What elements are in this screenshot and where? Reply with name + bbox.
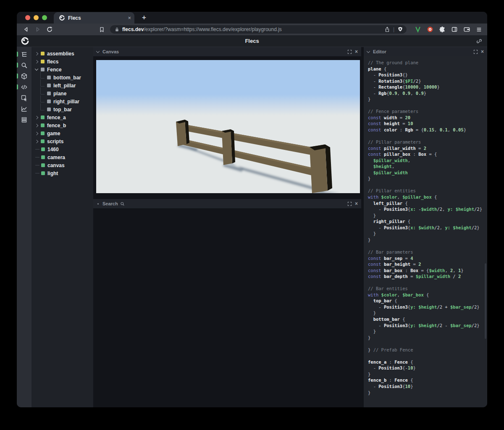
code-icon[interactable] (17, 81, 32, 92)
zoom-window-button[interactable] (42, 15, 47, 20)
panel-dot-icon[interactable] (97, 203, 99, 205)
icon-sidebar (17, 47, 32, 407)
code-line (368, 280, 487, 286)
search-icon[interactable] (17, 60, 32, 71)
leaf-dash (35, 157, 39, 157)
tree-item-1460[interactable]: 1460 (32, 145, 93, 153)
chevron-right-icon[interactable] (35, 60, 38, 63)
extensions-puzzle-icon[interactable] (439, 26, 446, 33)
tree-item-fence_b[interactable]: fence_b (32, 121, 93, 129)
code-line: } // Prefab Fence (368, 347, 487, 353)
code-line: const pillar_box : Box = { (368, 151, 487, 157)
brave-shield-icon[interactable] (397, 26, 403, 32)
code-editor[interactable]: // The ground planeplane { - Position3{}… (364, 56, 487, 407)
tree-item-camera[interactable]: camera (32, 153, 93, 161)
chart-icon[interactable] (17, 103, 32, 114)
tab-close-icon[interactable]: × (128, 15, 131, 21)
code-line: const color : Rgb = {0.15, 0.1, 0.05} (368, 127, 487, 133)
tree-item-scripts[interactable]: scripts (32, 137, 93, 145)
tree-item-label: fence_a (47, 115, 66, 121)
chevron-down-icon[interactable] (96, 50, 100, 53)
cube-icon[interactable] (17, 71, 32, 81)
tree-item-assemblies[interactable]: assemblies (32, 50, 93, 58)
new-tab-button[interactable]: + (142, 13, 146, 22)
bookmark-icon[interactable] (97, 25, 106, 34)
canvas-3d-scene[interactable] (96, 60, 360, 193)
code-line: const bar_depth = $pillar_width / 2 (368, 273, 487, 280)
chevron-down-icon[interactable] (35, 67, 38, 71)
share-icon[interactable] (384, 26, 390, 32)
red-circle-extension-icon[interactable] (427, 26, 433, 33)
chevron-right-icon[interactable] (35, 115, 38, 119)
url-path: /explorer/?wasm=https://www.flecs.dev/ex… (144, 26, 281, 32)
tree-item-label: game (47, 131, 60, 136)
code-line (368, 133, 487, 139)
code-line: } (368, 390, 487, 396)
wallet-icon[interactable] (463, 26, 470, 33)
reload-button[interactable] (45, 25, 54, 34)
tree-item-game[interactable]: game (32, 129, 93, 137)
url-bar[interactable]: flecs.dev/explorer/?wasm=https://www.fle… (110, 25, 407, 34)
fullscreen-icon[interactable] (347, 202, 352, 206)
minimize-window-button[interactable] (34, 15, 39, 20)
code-line: plane { (368, 66, 487, 72)
tree-item-label: bottom_bar (53, 75, 81, 81)
fullscreen-icon[interactable] (473, 50, 478, 54)
v-extension-icon[interactable] (415, 26, 421, 33)
tree-branch-line (40, 95, 45, 102)
chevron-right-icon[interactable] (35, 139, 38, 143)
close-icon[interactable]: × (355, 201, 358, 206)
browser-tab[interactable]: Flecs × (54, 12, 134, 24)
code-line: with $color, $pillar_box { (368, 194, 487, 200)
code-line: // Bar entities (368, 286, 487, 292)
scrollbar[interactable] (485, 263, 486, 339)
search-glyph-icon (120, 202, 125, 206)
inspector-icon[interactable] (17, 92, 32, 103)
tree-item-flecs[interactable]: flecs (32, 58, 93, 66)
code-line: const bar_sep = 4 (368, 255, 487, 262)
permalink-icon[interactable] (476, 38, 482, 44)
code-line: const bar_height = 2 (368, 261, 487, 267)
entity-square-icon (41, 52, 45, 55)
code-line: const width = 20 (368, 115, 487, 121)
code-line: $pillar_width (368, 170, 487, 176)
entity-square-icon (41, 155, 45, 159)
stack-icon[interactable] (17, 114, 32, 125)
fullscreen-icon[interactable] (347, 50, 352, 54)
entity-square-icon (47, 84, 51, 87)
tree-item-light[interactable]: light (32, 169, 93, 177)
code-line: // Bar parameters (368, 249, 487, 255)
tree-icon[interactable] (17, 49, 32, 60)
entity-square-icon (47, 92, 51, 95)
code-line: - Position3{x: -$width/2, y: $height/2} (368, 206, 487, 212)
sidebar-toggle-icon[interactable] (451, 26, 458, 33)
code-line: - Position3{y: $height/2 - $bar_sep/2} (368, 322, 487, 329)
code-line: - Position3{10} (368, 383, 487, 390)
chevron-right-icon[interactable] (35, 123, 38, 127)
close-window-button[interactable] (25, 15, 30, 20)
code-line: // Pillar entities (368, 188, 487, 194)
forward-button[interactable] (34, 25, 42, 34)
chevron-right-icon[interactable] (35, 52, 38, 55)
close-icon[interactable]: × (481, 49, 484, 54)
tree-item-fence_a[interactable]: fence_a (32, 113, 93, 121)
code-line: - Rectangle{10000, 10000} (368, 84, 487, 90)
code-line (368, 341, 487, 347)
lock-icon (114, 27, 120, 32)
tree-item-top_bar[interactable]: top_bar (32, 105, 93, 113)
middle-column: Canvas × (93, 47, 364, 407)
tree-item-label: fence_b (47, 123, 66, 128)
browser-toolbar: flecs.dev/explorer/?wasm=https://www.fle… (17, 24, 487, 35)
entity-square-icon (41, 163, 45, 167)
chevron-down-icon[interactable] (367, 50, 370, 53)
divider: | (393, 26, 394, 32)
chevron-right-icon[interactable] (35, 131, 38, 135)
back-button[interactable] (22, 25, 30, 34)
tree-item-label: light (47, 170, 58, 176)
code-line: right_pillar { (368, 218, 487, 225)
tree-item-canvas[interactable]: canvas (32, 161, 93, 169)
close-icon[interactable]: × (355, 49, 358, 54)
entity-square-icon (41, 131, 45, 135)
menu-icon[interactable] (476, 26, 482, 33)
page-title: Flecs (245, 38, 259, 44)
